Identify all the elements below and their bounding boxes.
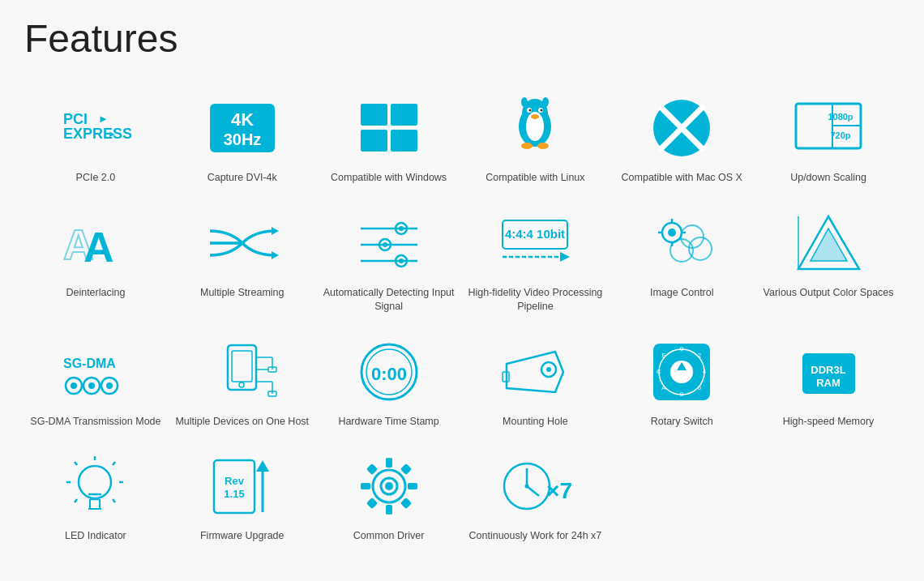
- svg-text:1.15: 1.15: [225, 488, 245, 500]
- svg-text:×7: ×7: [546, 478, 572, 503]
- svg-rect-10: [391, 130, 417, 152]
- mac-label: Compatible with Mac OS X: [622, 171, 742, 186]
- feature-24x7: ×7 Continuously Work for 24h x7: [464, 443, 606, 550]
- svg-rect-123: [386, 458, 392, 468]
- svg-rect-8: [391, 104, 417, 126]
- feature-firmware: Rev 1.15 Firmware Upgrade: [171, 443, 314, 550]
- feature-mac: Compatible with Mac OS X: [610, 85, 753, 192]
- deinterlacing-icon: A A: [59, 207, 132, 280]
- svg-point-86: [546, 367, 551, 372]
- timestamp-icon: 0:00: [353, 335, 426, 408]
- svg-point-37: [399, 226, 404, 231]
- firmware-label: Firmware Upgrade: [200, 529, 284, 544]
- svg-text:720p: 720p: [831, 130, 851, 140]
- pcie-label: PCIe 2.0: [76, 171, 116, 186]
- driver-label: Common Driver: [353, 529, 425, 544]
- svg-rect-129: [400, 464, 411, 475]
- svg-text:SG-DMA: SG-DMA: [63, 357, 116, 370]
- svg-text:C: C: [657, 368, 661, 375]
- svg-text:6: 6: [698, 384, 702, 391]
- svg-text:E: E: [662, 352, 666, 359]
- firmware-icon: Rev 1.15: [206, 450, 279, 523]
- mountinghole-icon: [498, 335, 571, 408]
- sgdma-icon: SG-DMA: [59, 335, 132, 408]
- svg-marker-58: [811, 229, 847, 261]
- memory-icon: DDR3L RAM: [792, 335, 865, 408]
- svg-text:►: ►: [108, 129, 117, 139]
- rotaryswitch-label: Rotary Switch: [651, 415, 713, 429]
- svg-text:2: 2: [698, 352, 702, 359]
- svg-text:4: 4: [703, 368, 707, 375]
- hifi-label: High-fidelity Video Processing Pipeline: [467, 286, 603, 314]
- svg-rect-126: [408, 483, 417, 489]
- feature-linux: Compatible with Linux: [464, 85, 606, 192]
- linux-icon: [498, 92, 571, 164]
- svg-point-43: [399, 258, 404, 263]
- capture4k-label: Capture DVI-4k: [207, 171, 277, 186]
- svg-rect-128: [400, 498, 411, 509]
- svg-rect-125: [361, 483, 370, 489]
- feature-deinterlacing: A A Deinterlacing: [24, 200, 167, 321]
- svg-text:►: ►: [98, 113, 109, 125]
- svg-rect-127: [366, 464, 377, 475]
- svg-text:A: A: [83, 224, 114, 271]
- autoinput-label: Automatically Detecting Input Signal: [321, 286, 457, 314]
- streaming-label: Multiple Streaming: [200, 286, 284, 301]
- svg-text:0:00: 0:00: [371, 364, 407, 384]
- driver-icon: [353, 450, 426, 523]
- svg-marker-34: [272, 251, 279, 259]
- work24x7-label: Continuously Work for 24h x7: [469, 529, 602, 544]
- capture4k-icon: 4K 30Hz: [206, 92, 279, 164]
- svg-text:4:4:4 10bit: 4:4:4 10bit: [505, 227, 565, 241]
- svg-text:Rev: Rev: [225, 475, 245, 487]
- feature-sgdma: SG-DMA SG-DMA Transmission Mode: [24, 329, 167, 436]
- autoinput-icon: [353, 207, 426, 280]
- svg-rect-79: [232, 351, 252, 382]
- svg-text:A: A: [662, 384, 667, 391]
- work24x7-icon: ×7: [498, 450, 571, 523]
- svg-line-110: [75, 462, 77, 465]
- svg-text:4K: 4K: [231, 109, 254, 130]
- feature-streaming: Multiple Streaming: [171, 200, 314, 321]
- hifi-icon: 4:4:4 10bit: [498, 207, 571, 280]
- led-label: LED Indicator: [65, 529, 126, 544]
- pcie-icon: PCI ► EXPRESS ►: [59, 92, 132, 164]
- deinterlacing-label: Deinterlacing: [66, 286, 125, 301]
- rotaryswitch-icon: 0 2 4 6 8 A C E: [645, 335, 718, 408]
- page-title: Features: [24, 16, 900, 61]
- feature-autoinput: Automatically Detecting Input Signal: [318, 200, 460, 321]
- svg-point-40: [383, 242, 387, 247]
- scaling-icon: 1080p 720p: [792, 92, 865, 164]
- streaming-icon: [206, 207, 279, 280]
- svg-text:1080p: 1080p: [828, 112, 853, 122]
- feature-mountinghole: Mounting Hole: [464, 329, 606, 436]
- led-icon: [59, 450, 132, 523]
- feature-pcie: PCI ► EXPRESS ► PCIe 2.0: [24, 85, 167, 192]
- svg-point-20: [537, 143, 549, 149]
- feature-multidevices: Multiple Devices on One Host: [171, 329, 314, 436]
- svg-text:30Hz: 30Hz: [223, 130, 261, 148]
- feature-windows: Compatible with Windows: [318, 85, 460, 192]
- feature-colorspaces: Various Output Color Spaces: [757, 200, 900, 321]
- timestamp-label: Hardware Time Stamp: [338, 415, 438, 429]
- svg-point-16: [529, 109, 532, 112]
- svg-point-64: [71, 382, 77, 389]
- imagecontrol-icon: [645, 207, 718, 280]
- windows-icon: [353, 92, 426, 164]
- svg-text:DDR3L: DDR3L: [811, 364, 845, 376]
- svg-line-107: [113, 462, 115, 465]
- feature-driver: Common Driver: [318, 443, 460, 550]
- features-grid: PCI ► EXPRESS ► PCIe 2.0 4K 30Hz Capture…: [24, 85, 900, 550]
- svg-point-18: [531, 114, 539, 119]
- sgdma-label: SG-DMA Transmission Mode: [30, 415, 160, 429]
- svg-rect-9: [361, 130, 387, 152]
- feature-scaling: 1080p 720p Up/down Scaling: [757, 85, 900, 192]
- svg-point-66: [88, 382, 95, 389]
- svg-text:PCI: PCI: [63, 111, 88, 127]
- memory-label: High-speed Memory: [783, 415, 875, 429]
- svg-point-80: [239, 382, 244, 387]
- svg-point-131: [385, 482, 393, 490]
- svg-text:0: 0: [680, 345, 684, 352]
- colorspaces-label: Various Output Color Spaces: [764, 286, 894, 301]
- mountinghole-label: Mounting Hole: [503, 415, 568, 429]
